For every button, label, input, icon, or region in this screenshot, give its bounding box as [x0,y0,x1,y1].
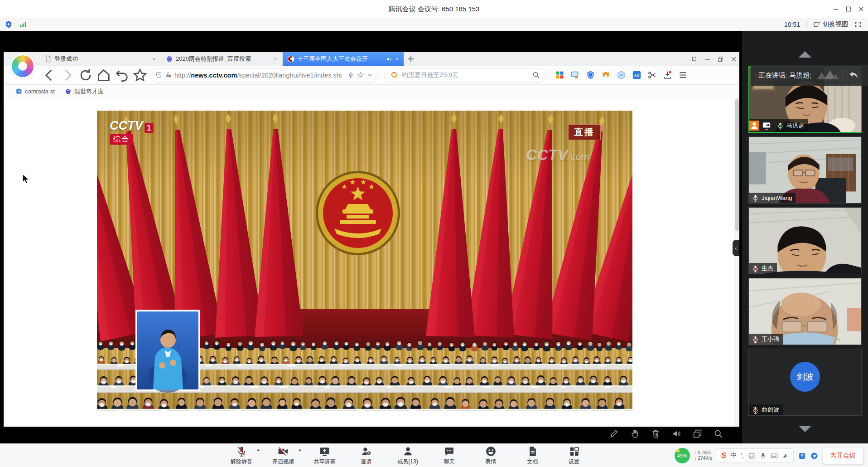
collapse-panel-handle[interactable]: ‹ [733,240,739,256]
toolbar-mic-muted-button[interactable]: 解除静音 [227,444,256,467]
browser-logo[interactable] [10,54,35,79]
search-icon[interactable] [532,71,540,79]
browser-restore-icon[interactable] [718,56,723,62]
annotate-icon[interactable] [609,429,619,438]
magnify-icon[interactable] [714,429,723,438]
trash-icon[interactable] [651,429,661,438]
participant-tile-JiqianWang[interactable]: JiqianWang [748,136,862,204]
maximize-icon[interactable] [845,6,852,12]
toolbar-members-button[interactable]: 成员(13) [393,444,423,467]
undo-icon[interactable] [114,68,130,83]
scroll-up-icon[interactable] [797,50,813,59]
new-tab-button[interactable] [406,54,416,64]
site-info-shield-icon[interactable] [155,72,162,78]
home-icon[interactable] [96,68,111,83]
ime-language[interactable]: 中 [730,452,737,460]
toolbar-docs-button[interactable]: 文档 [517,444,547,467]
mic-muted-icon [752,336,759,343]
tab-audio-icon[interactable] [386,56,392,62]
live-badge: 直播 [568,124,601,140]
browser-tab-3[interactable]: 十三届全国人大三次会议开 [283,52,404,66]
network-signal-icon[interactable] [19,20,27,29]
favorite-star-icon[interactable] [132,68,148,83]
settings-icon [569,446,580,457]
bookmark-star-icon[interactable] [357,72,364,78]
search-box[interactable]: 约惠夏日低至29.9元 [385,68,546,83]
browser-close-icon[interactable] [731,56,737,62]
ime-emoji-icon[interactable] [748,452,755,459]
windows-icon[interactable] [693,429,702,438]
bookmark-item-1[interactable]: camtasia st [15,88,55,95]
browser-tab-1[interactable]: 登录成功 [40,52,161,66]
mic-muted-icon [752,265,759,272]
cctv-watermark: CCTV/com [526,146,589,164]
toolbar-emoji-button[interactable]: 表情 [476,444,506,467]
tray-network-icon[interactable] [810,452,818,460]
participant-name: 曲剑波 [762,406,779,414]
minimize-icon[interactable] [833,6,839,12]
tab-close-icon[interactable] [152,57,156,61]
leave-meeting-button[interactable]: 离开会议 [823,447,863,464]
translate-ao-icon[interactable]: AO [632,70,641,80]
reply-arrow-icon[interactable] [848,69,859,81]
tray-upload-icon[interactable] [798,452,806,460]
browser-tab-2[interactable]: 2020两会特别报道_百度搜索 [161,52,283,66]
toolbar-share-screen-button[interactable]: 共享屏幕 [310,444,340,467]
raise-hand-icon[interactable] [630,429,640,438]
close-icon[interactable] [858,6,864,12]
toolbar-settings-button[interactable]: 设置 [559,444,589,467]
tab-close-icon[interactable] [395,57,399,61]
page-scrollbar[interactable] [734,98,739,427]
scissors-icon[interactable] [647,70,657,80]
toolbar-invite-button[interactable]: 邀请 [351,444,381,467]
download-icon[interactable] [663,70,672,80]
chat-icon [444,446,455,457]
member-badge-icon [749,121,759,131]
insecure-lock-icon[interactable] [165,72,172,78]
toolbar-chat-button[interactable]: 聊天 [434,444,464,467]
participant-tile-王小强[interactable]: 王小强 [748,278,862,345]
switch-view-icon [813,21,820,28]
forward-icon[interactable] [60,68,75,83]
participant-name: JiqianWang [762,195,792,201]
scrollbar-thumb[interactable] [735,99,739,231]
caret-up-icon[interactable] [256,448,260,452]
instant-lightning-icon[interactable] [347,72,354,78]
volume-icon[interactable] [672,429,681,438]
refresh-icon[interactable] [78,68,93,83]
invite-icon [361,446,372,457]
url-dropdown-icon[interactable] [366,72,373,78]
tab-close-icon[interactable] [273,57,278,61]
tab-favicon-cctv [287,55,294,63]
participant-tile-曲剑波[interactable]: 剑波曲剑波 [748,349,862,416]
adblock-icon[interactable] [617,70,626,80]
scroll-down-icon[interactable] [797,424,813,433]
reader-w-icon[interactable] [601,70,611,80]
menu-icon[interactable] [678,70,688,80]
ime-punctuation[interactable]: ’, [741,452,744,459]
back-icon[interactable] [42,68,57,83]
shield-ext-icon[interactable] [586,70,595,80]
participant-name: 王小强 [762,335,779,343]
toolbar-label: 文档 [527,458,538,466]
switch-view-button[interactable]: 切换视图 [813,20,848,29]
ime-toolbar[interactable]: S 中 ’, [717,448,794,463]
ime-keyboard-icon[interactable] [771,452,778,459]
address-bar[interactable]: http://news.cctv.com/special/2020lianghu… [150,68,378,83]
cctv-channel-logo: CCTV1 综合 [110,119,154,145]
participant-tile-生杰[interactable]: 生杰 [748,207,862,274]
meeting-security-icon[interactable] [5,20,13,29]
ime-toolbox-icon[interactable] [782,452,789,459]
browser-feedback-icon[interactable] [691,56,697,62]
fullscreen-icon[interactable] [854,21,862,28]
live-video-player[interactable]: CCTV1 综合 直播 CCTV/com [97,111,632,411]
apps-grid-icon[interactable] [555,70,564,80]
caret-up-icon[interactable] [298,448,302,452]
browser-window: 登录成功2020两会特别报道_百度搜索十三届全国人大三次会议开 http://n… [4,52,739,427]
browser-minimize-icon[interactable] [704,56,710,62]
mic-icon [752,194,759,202]
toolbar-cam-off-button[interactable]: 开启视频 [268,444,298,467]
bookmark-item-2[interactable]: 混世奇才庞 [65,88,104,96]
screenshot-icon[interactable] [570,70,580,80]
ime-mic-icon[interactable] [759,452,767,459]
